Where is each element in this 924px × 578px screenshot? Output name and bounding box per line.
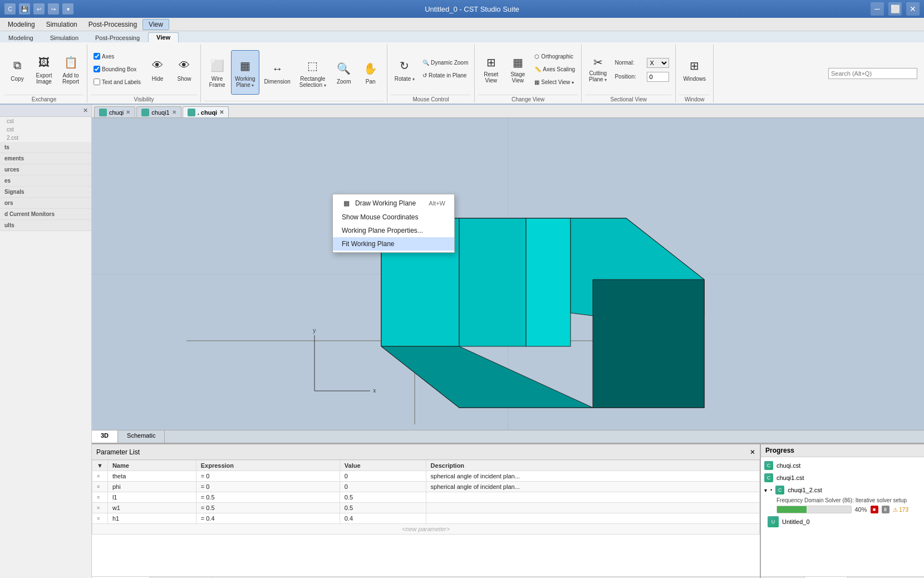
pause-button[interactable]: ⏸ xyxy=(882,506,889,513)
change-view-group-label: Change View xyxy=(478,95,578,102)
restore-button[interactable]: ⬜ xyxy=(888,2,902,16)
tab-label-chuqi2: . chuqi xyxy=(198,109,217,116)
table-row[interactable]: ≡ phi = 0 0 spherical angle of incident … xyxy=(92,482,760,492)
nav-section-urces: urces xyxy=(0,164,91,175)
nav-item-cst3[interactable]: 2.cst xyxy=(0,134,91,142)
working-plane-button[interactable]: ▦ WorkingPlane ▾ xyxy=(231,50,259,95)
add-to-report-button[interactable]: 📋 Add toReport xyxy=(58,47,83,91)
axes-scaling-button[interactable]: 📏 Axes Scaling xyxy=(532,63,578,75)
show-mouse-coords-item[interactable]: Show Mouse Coordinates xyxy=(333,210,454,224)
progress-item-chuqi[interactable]: C chuqi.cst xyxy=(763,459,922,472)
menu-postprocessing[interactable]: Post-Processing xyxy=(83,19,142,30)
windows-button[interactable]: ⊞ Windows xyxy=(679,47,710,91)
rectangle-selection-button[interactable]: ⬚ RectangleSelection ▾ xyxy=(296,50,330,95)
cutting-plane-button[interactable]: ✂ CuttingPlane ▾ xyxy=(585,54,611,85)
search-input[interactable] xyxy=(828,68,917,79)
bounding-box-checkbox-row[interactable]: Bounding Box xyxy=(91,63,144,75)
tab-close-chuqi1[interactable]: ✕ xyxy=(172,109,176,115)
select-view-button[interactable]: ▦ Select View ▾ xyxy=(532,76,578,88)
pan-button[interactable]: ✋ Pan xyxy=(358,50,384,95)
zoom-button[interactable]: 🔍 Zoom xyxy=(331,50,357,95)
window-group-label: Window xyxy=(679,95,710,102)
progress-item-chuqi1[interactable]: C chuqi1.cst xyxy=(763,472,922,484)
ribbon-tab-view[interactable]: View xyxy=(148,32,179,42)
doc-tab-chuqi2[interactable]: . chuqi ✕ xyxy=(183,106,229,117)
nav-item-cst1[interactable]: cst xyxy=(0,117,91,125)
axes-checkbox[interactable] xyxy=(94,53,100,60)
new-param-row[interactable]: <new parameter> xyxy=(92,524,760,535)
progress-item-chuqi2[interactable]: ▾ • C chuqi1_2.cst xyxy=(763,484,922,496)
dynamic-zoom-button[interactable]: 🔍 Dynamic Zoom xyxy=(420,57,471,69)
row-expr: = 0 xyxy=(196,471,340,482)
untitled-item[interactable]: U Untitled_0 xyxy=(763,515,922,529)
menu-view[interactable]: View xyxy=(142,19,169,30)
table-row[interactable]: ≡ w1 = 0.5 0.5 xyxy=(92,503,760,513)
show-button[interactable]: 👁 Show xyxy=(171,52,197,86)
dimension-button[interactable]: ↔ Dimension xyxy=(261,50,294,95)
minimize-button[interactable]: ─ xyxy=(871,2,884,16)
table-row[interactable]: ≡ theta = 0 0 spherical angle of inciden… xyxy=(92,471,760,482)
rotate-button[interactable]: ↻ Rotate ▾ xyxy=(391,47,419,91)
stop-button[interactable]: ■ xyxy=(871,506,878,513)
quick-access-redo[interactable]: ↪ xyxy=(48,3,59,14)
table-row[interactable]: ≡ h1 = 0.4 0.4 xyxy=(92,513,760,524)
prog-label-chuqi1: chuqi1.cst xyxy=(776,474,804,481)
rotate-plane-button[interactable]: ↺ Rotate in Plane xyxy=(420,70,471,82)
view-tab-3d[interactable]: 3D xyxy=(92,430,118,443)
copy-button[interactable]: ⧉ Copy xyxy=(4,47,30,91)
param-close[interactable]: ✕ xyxy=(750,448,755,456)
ribbon-tab-modeling[interactable]: Modeling xyxy=(0,33,42,42)
doc-tab-chuqi[interactable]: chuqi ✕ xyxy=(94,106,135,117)
content-area: chuqi ✕ chuqi1 ✕ . chuqi ✕ xyxy=(92,105,924,578)
exchange-group-label: Exchange xyxy=(4,95,83,102)
menu-modeling[interactable]: Modeling xyxy=(2,19,41,30)
ribbon-tab-simulation[interactable]: Simulation xyxy=(42,33,87,42)
ribbon-group-sectional: ✂ CuttingPlane ▾ Normal: XYZ Position: S… xyxy=(583,45,676,102)
expand-icon[interactable]: ▾ xyxy=(764,487,767,493)
bottom-area: Parameter List ✕ ▼ Name Expression Value… xyxy=(92,443,924,578)
quick-access-more[interactable]: ▾ xyxy=(62,3,73,14)
close-button[interactable]: ✕ xyxy=(906,2,920,16)
titlebar-title: Untitled_0 - CST Studio Suite xyxy=(73,5,871,13)
stage-view-button[interactable]: ▦ StageView xyxy=(505,52,530,86)
tab-label-chuqi1: chuqi1 xyxy=(151,109,169,116)
export-image-button[interactable]: 🖼 ExportImage xyxy=(31,47,57,91)
position-input[interactable] xyxy=(647,72,669,82)
doc-tab-chuqi1[interactable]: chuqi1 ✕ xyxy=(136,106,181,117)
param-table: ▼ Name Expression Value Description ≡ th… xyxy=(92,460,760,535)
dot-icon: • xyxy=(770,487,772,493)
bounding-box-label: Bounding Box xyxy=(102,66,136,72)
tab-close-chuqi[interactable]: ✕ xyxy=(126,109,130,115)
reset-view-button[interactable]: ⊞ ResetView xyxy=(478,52,504,86)
quick-access-undo[interactable]: ↩ xyxy=(33,3,45,14)
orthographic-button[interactable]: ⬡ Orthographic xyxy=(532,50,578,62)
table-row[interactable]: ≡ l1 = 0.5 0.5 xyxy=(92,492,760,503)
ribbon-tab-postprocessing[interactable]: Post-Processing xyxy=(87,33,148,42)
axes-checkbox-row[interactable]: Axes xyxy=(91,50,144,62)
text-labels-checkbox[interactable] xyxy=(94,79,100,85)
main-layout: ✕ cst cst 2.cst ts ements urces es Signa… xyxy=(0,105,924,578)
nav-close-button[interactable]: ✕ xyxy=(83,107,88,114)
show-label: Show xyxy=(178,76,191,82)
menu-simulation[interactable]: Simulation xyxy=(41,19,83,30)
hide-button[interactable]: 👁 Hide xyxy=(145,52,170,86)
normal-col: Normal: XYZ Position: xyxy=(612,56,672,83)
bounding-box-checkbox[interactable] xyxy=(94,66,100,72)
wire-frame-button[interactable]: ⬜ WireFrame xyxy=(204,50,230,95)
quick-access-save[interactable]: 💾 xyxy=(19,3,30,14)
ribbon: Modeling Simulation Post-Processing View… xyxy=(0,31,924,105)
param-table-area: ▼ Name Expression Value Description ≡ th… xyxy=(92,460,760,576)
wp-properties-item[interactable]: Working Plane Properties... xyxy=(333,224,454,237)
tab-label-chuqi: chuqi xyxy=(109,109,124,116)
tab-close-chuqi2[interactable]: ✕ xyxy=(219,109,224,115)
view-tab-schematic[interactable]: Schematic xyxy=(118,430,165,443)
prog-icon-chuqi1: C xyxy=(764,473,773,482)
viewport-area[interactable]: x y ▦ Draw Working Plane Alt+W Show Mous… xyxy=(92,118,924,430)
normal-select[interactable]: XYZ xyxy=(647,58,669,68)
nav-item-cst2[interactable]: cst xyxy=(0,125,91,134)
draw-working-plane-item[interactable]: ▦ Draw Working Plane Alt+W xyxy=(333,196,454,210)
window-items: ⊞ Windows xyxy=(679,45,710,94)
view-tools-items: ⬜ WireFrame ▦ WorkingPlane ▾ ↔ Dimension… xyxy=(204,45,384,100)
text-labels-checkbox-row[interactable]: Text and Labels xyxy=(91,76,144,88)
fit-working-plane-item[interactable]: Fit Working Plane xyxy=(333,237,454,251)
